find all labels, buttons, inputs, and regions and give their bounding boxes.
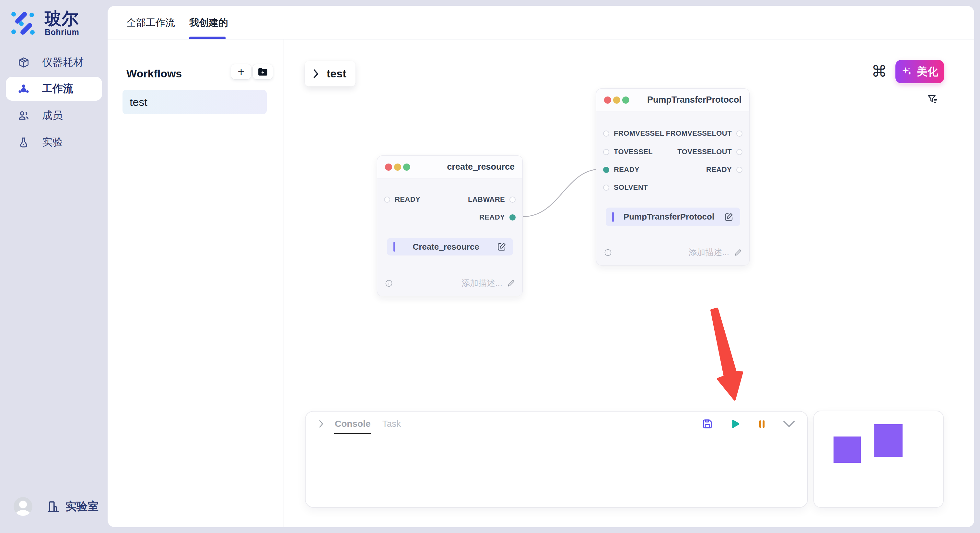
edit-icon[interactable] (724, 212, 734, 222)
workflows-panel: Workflows + test (108, 40, 284, 527)
node-title: PumpTransferProtocol (629, 95, 741, 105)
sidebar-item-label: 成员 (42, 108, 63, 123)
sidebar-item-label: 实验 (42, 135, 63, 149)
workspace[interactable]: 实验室 (47, 499, 99, 514)
save-icon[interactable] (702, 418, 713, 430)
tab-all-workflows[interactable]: 全部工作流 (126, 6, 175, 40)
avatar[interactable] (14, 497, 32, 516)
sparkles-icon (901, 66, 913, 78)
workflow-list-item-test[interactable]: test (123, 90, 267, 114)
pause-icon[interactable] (757, 418, 767, 429)
output-port[interactable]: READY (479, 213, 515, 222)
port-circle-icon[interactable] (736, 149, 743, 155)
sidebar-item-workflow[interactable]: 工作流 (6, 77, 102, 101)
port-circle-icon[interactable] (509, 197, 515, 203)
node-pump-transfer-protocol[interactable]: PumpTransferProtocol FROMVESSEL FROMVESS… (596, 89, 749, 265)
minimap[interactable] (813, 411, 944, 508)
box-icon (18, 56, 30, 69)
port-circle-icon[interactable] (736, 167, 743, 173)
logo: 玻尔 Bohrium (10, 10, 79, 37)
members-icon (18, 109, 30, 122)
port-circle-icon[interactable] (384, 197, 390, 203)
beautify-button[interactable]: 美化 (896, 60, 944, 83)
edit-icon[interactable] (497, 242, 506, 252)
sidebar-item-label: 工作流 (42, 82, 73, 96)
output-port[interactable]: FROMVESSELOUT (666, 129, 743, 138)
port-row: SOLVENT (596, 181, 749, 194)
node-function-pill[interactable]: Create_resource (387, 238, 513, 255)
node-function-pill[interactable]: PumpTransferProtocol (606, 208, 740, 226)
sidebar: 玻尔 Bohrium 仪器耗材 工作流 (0, 0, 108, 533)
logo-title: 玻尔 (45, 10, 79, 27)
tab-console[interactable]: Console (335, 412, 371, 436)
node-header: PumpTransferProtocol (596, 89, 749, 111)
input-port[interactable]: TOVESSEL (603, 148, 653, 156)
port-circle-icon[interactable] (603, 185, 609, 191)
workspace-label: 实验室 (65, 499, 99, 514)
experiment-icon (18, 136, 30, 148)
output-port[interactable]: LABWARE (468, 195, 515, 204)
port-row: READY READY (596, 163, 749, 176)
logo-subtitle: Bohrium (45, 27, 79, 37)
console-panel: Console Task (305, 411, 808, 508)
output-port[interactable]: READY (706, 165, 743, 174)
node-title: create_resource (410, 162, 515, 172)
output-port[interactable]: TOVESSELOUT (677, 148, 743, 156)
port-circle-connected-icon[interactable] (509, 214, 515, 220)
input-port[interactable]: SOLVENT (603, 183, 648, 192)
node-create-resource[interactable]: create_resource READY LABWARE READY (377, 155, 523, 296)
import-folder-button[interactable] (253, 64, 273, 79)
beautify-label: 美化 (917, 65, 938, 79)
minimap-node (834, 436, 861, 463)
folder-download-icon (258, 68, 268, 76)
chevron-right-icon[interactable] (318, 420, 324, 428)
port-circle-connected-icon[interactable] (603, 167, 609, 173)
minimap-node (874, 424, 902, 457)
breadcrumb-label: test (327, 67, 346, 80)
tab-my-created[interactable]: 我创建的 (189, 6, 228, 40)
input-port[interactable]: READY (384, 195, 420, 204)
profile: 实验室 (14, 497, 99, 516)
filter-icon[interactable] (927, 93, 938, 105)
active-tab-underline (189, 36, 226, 39)
tab-task[interactable]: Task (382, 412, 401, 436)
chevron-down-icon[interactable] (783, 420, 795, 428)
workflow-icon (18, 82, 30, 95)
port-row: READY LABWARE (377, 194, 522, 206)
input-port[interactable]: READY (603, 165, 640, 174)
console-header: Console Task (305, 412, 807, 436)
port-row: TOVESSEL TOVESSELOUT (596, 146, 749, 158)
add-workflow-button[interactable]: + (231, 64, 251, 79)
node-description-row: 添加描述... (385, 278, 515, 289)
pencil-icon[interactable] (734, 248, 742, 257)
info-icon[interactable] (604, 249, 612, 257)
main-card: 全部工作流 我创建的 Workflows + test (108, 6, 974, 527)
port-circle-icon[interactable] (603, 130, 609, 136)
node-header: create_resource (377, 156, 522, 178)
traffic-lights-icon (604, 97, 629, 104)
sidebar-item-label: 仪器耗材 (42, 56, 84, 70)
sidebar-item-members[interactable]: 成员 (6, 104, 102, 128)
input-port[interactable]: FROMVESSEL (603, 129, 664, 138)
play-icon[interactable] (729, 418, 741, 430)
bohrium-logo-icon (10, 10, 36, 36)
workflow-canvas[interactable]: test ⌘ 美化 (284, 40, 974, 527)
description-placeholder[interactable]: 添加描述... (461, 278, 502, 289)
port-circle-icon[interactable] (736, 130, 743, 136)
workflows-panel-title: Workflows (126, 67, 182, 80)
command-icon[interactable]: ⌘ (872, 62, 887, 80)
info-icon[interactable] (385, 279, 393, 287)
pill-accent-bar (393, 242, 395, 252)
traffic-lights-icon (385, 163, 410, 171)
sidebar-item-instruments[interactable]: 仪器耗材 (6, 51, 102, 75)
description-placeholder[interactable]: 添加描述... (688, 247, 729, 258)
breadcrumb[interactable]: test (305, 61, 355, 86)
pencil-icon[interactable] (507, 279, 515, 287)
port-row: FROMVESSEL FROMVESSELOUT (596, 127, 749, 140)
tab-bar: 全部工作流 我创建的 (108, 6, 974, 40)
sidebar-item-experiment[interactable]: 实验 (6, 130, 102, 154)
building-icon (47, 500, 60, 513)
pill-accent-bar (612, 212, 614, 222)
node-description-row: 添加描述... (604, 247, 742, 258)
port-circle-icon[interactable] (603, 149, 609, 155)
